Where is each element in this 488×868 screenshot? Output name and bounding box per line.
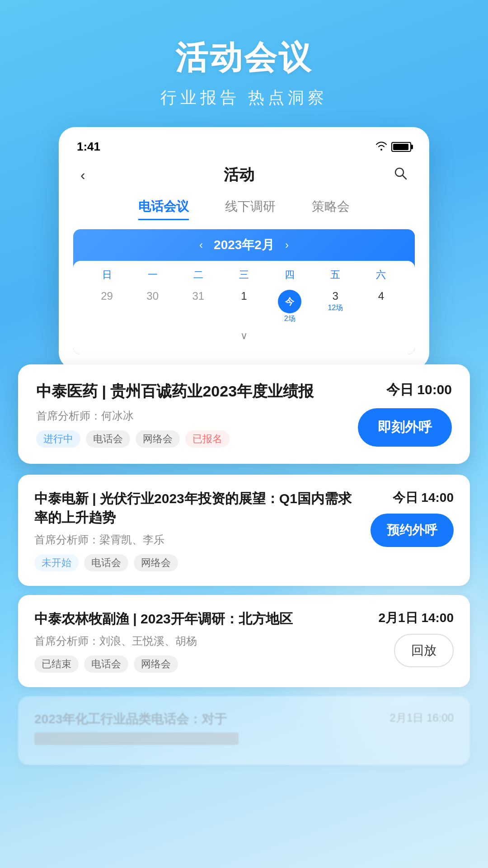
calendar-month: 2023年2月	[214, 236, 274, 254]
tag-ended: 已结束	[34, 656, 79, 673]
event-2-tags: 已结束 电话会 网络会	[34, 656, 361, 673]
status-bar: 1:41	[73, 140, 415, 154]
featured-event-tags: 进行中 电话会 网络会 已报名	[36, 430, 344, 448]
playback-button[interactable]: 回放	[394, 634, 454, 667]
svg-line-1	[403, 175, 406, 179]
weekday-sat: 六	[358, 268, 404, 282]
tabs-bar: 电话会议 线下调研 策略会	[73, 198, 415, 220]
tag-in-progress: 进行中	[36, 430, 80, 448]
tag-network-call-3: 网络会	[134, 656, 178, 673]
featured-event-right: 今日 10:00 即刻外呼	[358, 381, 452, 447]
reserve-call-button[interactable]: 预约外呼	[371, 514, 454, 547]
event-2-analyst: 首席分析师：刘浪、王悦溪、胡杨	[34, 634, 361, 648]
tab-offline-research[interactable]: 线下调研	[225, 198, 276, 220]
calendar: ‹ 2023年2月 › 日 一 二 三 四 五 六 29 30	[73, 229, 415, 354]
nav-title: 活动	[224, 165, 254, 185]
battery-icon	[391, 142, 411, 152]
ghost-event-card: 2023年化工行业品类电话会：对于 2月1日 16:00	[18, 696, 470, 765]
tab-strategy-meeting[interactable]: 策略会	[312, 198, 350, 220]
page-header: 活动会议 行业报告 热点洞察	[0, 0, 488, 127]
featured-event-analyst: 首席分析师：何冰冰	[36, 409, 344, 423]
event-1-analyst: 首席分析师：梁霄凯、李乐	[34, 533, 360, 547]
weekday-thu: 四	[267, 268, 313, 282]
event-1-time: 今日 14:00	[393, 489, 454, 506]
tag-phone-call-3: 电话会	[84, 656, 128, 673]
event-2-time: 2月1日 14:00	[378, 609, 454, 627]
search-button[interactable]	[393, 166, 408, 184]
event-2-info: 中泰农林牧副渔 | 2023开年调研：北方地区 首席分析师：刘浪、王悦溪、胡杨 …	[34, 609, 361, 673]
status-icons	[375, 141, 411, 153]
ghost-event-info: 2023年化工行业品类电话会：对于	[34, 711, 375, 750]
tag-phone-call-2: 电话会	[84, 554, 128, 571]
events-container: 中泰医药 | 贵州百诚药业2023年度业绩报 首席分析师：何冰冰 进行中 电话会…	[0, 364, 488, 765]
tag-phone-call: 电话会	[86, 430, 130, 448]
tab-phone-meeting[interactable]: 电话会议	[138, 198, 189, 220]
featured-event-time: 今日 10:00	[386, 381, 452, 399]
call-now-button[interactable]: 即刻外呼	[358, 408, 452, 447]
weekday-wed: 三	[221, 268, 267, 282]
event-2-right: 2月1日 14:00 回放	[372, 609, 454, 667]
app-navbar: ‹ 活动	[73, 161, 415, 189]
tag-registered: 已报名	[185, 430, 230, 448]
tag-not-started: 未开始	[34, 554, 79, 571]
day-4[interactable]: 4	[358, 287, 404, 326]
event-card-1: 中泰电新 | 光伏行业2023年投资的展望：Q1国内需求率的上升趋势 首席分析师…	[18, 475, 470, 586]
featured-event-card: 中泰医药 | 贵州百诚药业2023年度业绩报 首席分析师：何冰冰 进行中 电话会…	[18, 364, 470, 464]
event-1-tags: 未开始 电话会 网络会	[34, 554, 360, 571]
back-button[interactable]: ‹	[80, 167, 85, 184]
event-1-info: 中泰电新 | 光伏行业2023年投资的展望：Q1国内需求率的上升趋势 首席分析师…	[34, 489, 360, 571]
weekday-tue: 二	[175, 268, 221, 282]
event-1-right: 今日 14:00 预约外呼	[371, 489, 454, 547]
event-card-2: 中泰农林牧副渔 | 2023开年调研：北方地区 首席分析师：刘浪、王悦溪、胡杨 …	[18, 595, 470, 687]
phone-mockup: 1:41 ‹ 活动 电话会议 线下调研	[59, 127, 429, 369]
page-title: 活动会议	[0, 36, 488, 80]
calendar-expand[interactable]: ∨	[84, 326, 404, 345]
page-subtitle: 行业报告 热点洞察	[0, 87, 488, 109]
day-29[interactable]: 29	[84, 287, 130, 326]
calendar-next[interactable]: ›	[285, 239, 289, 251]
calendar-body: 日 一 二 三 四 五 六 29 30 31	[73, 261, 415, 354]
calendar-days: 29 30 31 1 今 2场	[84, 287, 404, 326]
calendar-weekdays: 日 一 二 三 四 五 六	[84, 268, 404, 282]
event-1-title: 中泰电新 | 光伏行业2023年投资的展望：Q1国内需求率的上升趋势	[34, 489, 360, 527]
day-today[interactable]: 今 2场	[267, 287, 313, 326]
featured-event-info: 中泰医药 | 贵州百诚药业2023年度业绩报 首席分析师：何冰冰 进行中 电话会…	[36, 381, 344, 448]
day-3[interactable]: 3 12场	[313, 287, 358, 326]
wifi-icon	[375, 141, 388, 153]
calendar-prev[interactable]: ‹	[199, 239, 203, 251]
ghost-event-right: 2月1日 16:00	[386, 711, 454, 725]
weekday-sun: 日	[84, 268, 130, 282]
featured-event-title: 中泰医药 | 贵州百诚药业2023年度业绩报	[36, 381, 344, 402]
day-31[interactable]: 31	[175, 287, 221, 326]
status-time: 1:41	[77, 140, 100, 154]
day-30[interactable]: 30	[130, 287, 175, 326]
tag-network-call-2: 网络会	[134, 554, 178, 571]
calendar-header: ‹ 2023年2月 ›	[73, 229, 415, 261]
tag-network-call: 网络会	[136, 430, 180, 448]
day-1[interactable]: 1	[221, 287, 267, 326]
weekday-mon: 一	[130, 268, 175, 282]
weekday-fri: 五	[313, 268, 358, 282]
event-2-title: 中泰农林牧副渔 | 2023开年调研：北方地区	[34, 609, 361, 628]
